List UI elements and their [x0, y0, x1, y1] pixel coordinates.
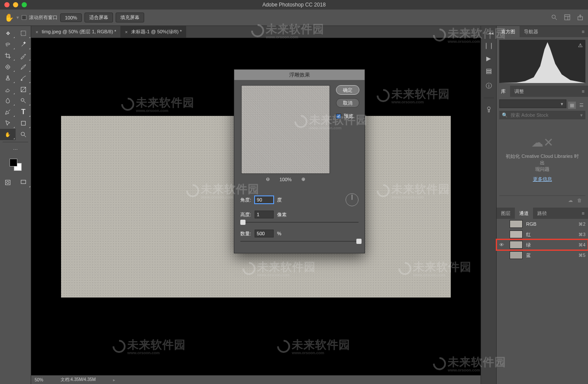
eraser-tool[interactable] [0, 84, 16, 95]
foreground-color-swatch[interactable] [10, 159, 17, 166]
amount-slider[interactable] [240, 238, 359, 244]
dock-icon[interactable]: ❘❘ [484, 42, 494, 49]
ok-button[interactable]: 确定 [336, 85, 359, 95]
status-doc[interactable]: 文档:4.35M/4.35M [61, 377, 96, 383]
brush-tool[interactable] [16, 61, 31, 73]
pen-tool[interactable] [0, 106, 16, 118]
hand-tool-icon[interactable]: ✋ [4, 13, 14, 22]
svg-rect-2 [565, 15, 570, 20]
fit-screen-button[interactable]: 适合屏幕 [84, 13, 113, 22]
preview-checkbox[interactable]: ✓ [336, 114, 341, 119]
trash-icon[interactable]: 🗑 [577, 198, 582, 203]
library-dropdown[interactable]: ▾ [499, 99, 566, 108]
dock-brush-icon[interactable] [485, 106, 492, 114]
tab-channels[interactable]: 通道 [515, 208, 533, 219]
color-swatches[interactable] [0, 155, 31, 177]
tab-adjustments[interactable]: 调整 [510, 86, 528, 97]
channel-row-blue[interactable]: 蓝 ⌘5 [497, 250, 588, 260]
dodge-tool[interactable] [16, 95, 31, 106]
history-brush-tool[interactable] [16, 73, 31, 84]
channel-thumb [510, 220, 523, 228]
close-tab-icon[interactable]: × [36, 29, 38, 35]
search-placeholder: 搜索 Adobe Stock [510, 112, 548, 118]
shape-tool[interactable] [16, 118, 31, 129]
grid-view-icon[interactable]: ▦ [568, 102, 576, 109]
tab-layers[interactable]: 图层 [497, 208, 515, 219]
minimize-window-button[interactable] [13, 2, 18, 7]
cancel-button[interactable]: 取消 [336, 98, 359, 108]
visibility-icon[interactable]: 👁 [499, 242, 506, 247]
channel-row-green[interactable]: 👁 绿 ⌘4 [497, 240, 588, 250]
type-tool[interactable]: T [16, 106, 31, 118]
tab-library[interactable]: 库 [497, 86, 510, 97]
screenmode-button[interactable] [16, 177, 31, 188]
magic-wand-tool[interactable] [16, 39, 31, 50]
effect-preview[interactable] [241, 85, 330, 174]
library-more-link[interactable]: 更多信息 [533, 176, 552, 182]
svg-rect-26 [486, 71, 491, 72]
svg-line-15 [21, 87, 26, 92]
histogram-warning-icon[interactable]: ⚠ [578, 42, 583, 48]
status-zoom[interactable]: 50% [35, 378, 43, 382]
zoom-tool[interactable] [16, 129, 31, 140]
panel-group-3-tabs: 图层 通道 路径 ≡ [497, 208, 588, 219]
document-tab[interactable]: × timg.jpeg @ 50% (图层 1, RGB/8) * [31, 26, 120, 38]
channel-row-red[interactable]: 红 ⌘3 [497, 229, 588, 240]
channel-thumb [510, 241, 523, 249]
dock-play-icon[interactable]: ▶ [486, 55, 491, 62]
move-tool[interactable]: ✥ [0, 28, 16, 39]
fill-screen-button[interactable]: 填充屏幕 [116, 13, 144, 22]
search-icon[interactable] [551, 14, 558, 22]
healing-tool[interactable] [0, 61, 16, 73]
document-tab[interactable]: × 未标题-1 @ 50%(绿/8) * [120, 26, 186, 38]
dialog-title[interactable]: 浮雕效果 [234, 70, 365, 80]
svg-line-17 [24, 101, 26, 103]
workspace-icon[interactable] [564, 14, 571, 22]
dock-info-icon[interactable]: ⓘ [486, 82, 492, 90]
edit-toolbar-button[interactable]: ⋯ [0, 144, 31, 155]
blur-tool[interactable] [0, 95, 16, 106]
panel-menu-icon[interactable]: ≡ [578, 208, 588, 219]
close-window-button[interactable] [4, 2, 10, 7]
panel-menu-icon[interactable]: ≡ [578, 26, 588, 37]
zoom-value-button[interactable]: 100% [60, 13, 82, 22]
eyedropper-tool[interactable] [16, 50, 31, 61]
panel-menu-icon[interactable]: ≡ [578, 86, 588, 97]
tab-histogram[interactable]: 直方图 [497, 26, 520, 37]
crop-tool[interactable] [0, 50, 16, 61]
search-icon: 🔍 [502, 112, 508, 118]
close-tab-icon[interactable]: × [125, 29, 127, 35]
tab-paths[interactable]: 路径 [533, 208, 551, 219]
scroll-all-checkbox[interactable] [22, 15, 26, 20]
expand-dock-icon[interactable]: ◂◂ [488, 30, 494, 36]
window-controls [0, 2, 27, 7]
height-slider[interactable] [240, 219, 359, 225]
path-select-tool[interactable] [0, 118, 16, 129]
library-search[interactable]: 🔍 搜索 Adobe Stock ▾ [499, 111, 585, 119]
library-error-text-2: 现问题 [504, 166, 581, 173]
zoom-window-button[interactable] [22, 2, 27, 7]
angle-dial[interactable] [346, 193, 359, 206]
angle-input[interactable] [255, 196, 274, 204]
panel-dock-strip: ◂◂ ❘❘ ▶ ⓘ [481, 26, 496, 384]
cloud-icon[interactable]: ☁ [568, 198, 573, 203]
zoom-in-icon[interactable]: ⊕ [301, 176, 305, 182]
right-panels: 直方图 导航器 ≡ ⚠ 库 调整 ≡ ▾ ▦ ☰ 🔍 搜索 Adobe Stoc… [496, 26, 588, 384]
channel-row-rgb[interactable]: RGB ⌘2 [497, 219, 588, 229]
clone-stamp-tool[interactable] [0, 73, 16, 84]
amount-input[interactable] [255, 230, 274, 237]
marquee-tool[interactable] [16, 28, 31, 39]
quickmask-button[interactable] [0, 177, 16, 188]
lasso-tool[interactable] [0, 39, 16, 50]
hand-tool[interactable]: ✋ [0, 129, 16, 140]
share-icon[interactable] [577, 14, 584, 22]
dock-properties-icon[interactable] [485, 68, 492, 76]
preview-zoom-value: 100% [279, 177, 291, 182]
tool-palette: ✥ T ✋ ⋯ [0, 26, 31, 384]
list-view-icon[interactable]: ☰ [578, 102, 585, 109]
gradient-tool[interactable] [16, 84, 31, 95]
status-bar: 50% 文档:4.35M/4.35M ▸ [31, 375, 481, 384]
height-input[interactable] [255, 211, 274, 218]
zoom-out-icon[interactable]: ⊖ [266, 176, 270, 182]
tab-navigator[interactable]: 导航器 [520, 26, 543, 37]
